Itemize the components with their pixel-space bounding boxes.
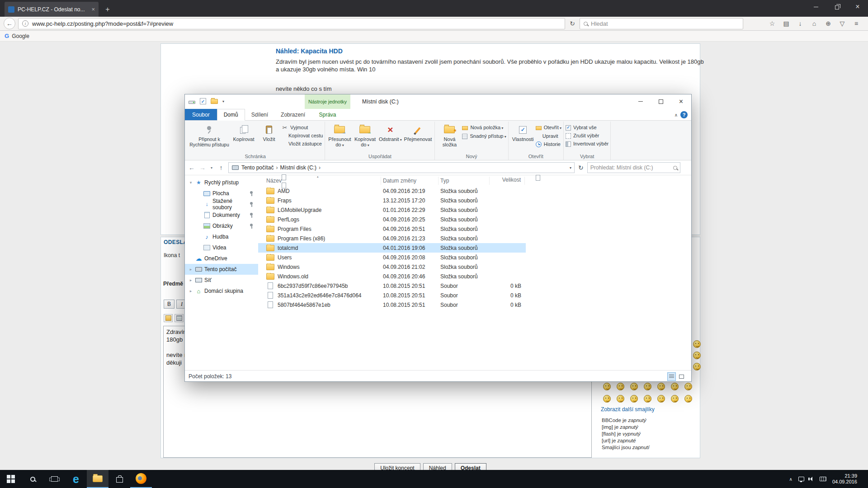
file-row[interactable]: Windows 04.09.2016 21:02 Složka souborů	[258, 262, 526, 272]
select-none-button[interactable]: Zrušit výběr	[566, 133, 609, 139]
file-row[interactable]: PerfLogs 04.09.2016 20:25 Složka souborů	[258, 215, 526, 224]
smiley-icon[interactable]	[657, 383, 665, 390]
column-header-name[interactable]: Název	[258, 177, 381, 185]
smiley-icon[interactable]	[671, 395, 679, 403]
sidebar-item[interactable]: Plocha	[185, 188, 258, 199]
expand-chevron-icon[interactable]	[189, 267, 193, 272]
new-item-button[interactable]: Nová položka	[462, 125, 506, 131]
pin-to-quick-access-button[interactable]: Připnout k Rychlému přístupu	[188, 122, 231, 149]
sidebar-item[interactable]: Dokumenty	[185, 210, 258, 221]
smiley-icon[interactable]	[644, 395, 651, 403]
code-button[interactable]	[175, 314, 184, 322]
select-all-button[interactable]: Vybrat vše	[566, 125, 609, 131]
page-info-icon[interactable]	[22, 20, 28, 27]
browser-search-field[interactable]	[580, 18, 743, 29]
bold-button[interactable]: B	[164, 300, 175, 309]
tab-home[interactable]: Domů	[217, 109, 245, 121]
copy-path-button[interactable]: Kopírovat cestu	[282, 133, 323, 139]
smiley-icon[interactable]	[684, 395, 692, 403]
qat-customize-icon[interactable]	[222, 99, 224, 103]
edit-button[interactable]: Upravit	[536, 133, 561, 139]
expand-chevron-icon[interactable]	[189, 180, 193, 185]
smiley-icon[interactable]	[671, 383, 679, 390]
browser-tab[interactable]: PC-HELP.CZ - Odeslat no...	[5, 2, 99, 17]
up-button[interactable]: ↑	[217, 164, 225, 171]
column-header-size[interactable]: Velikost	[490, 177, 525, 185]
sidebar-item[interactable]: OneDrive	[185, 253, 258, 264]
file-row[interactable]: 5807bf464e5867e1eb 10.08.2015 20:51 Soub…	[258, 300, 526, 310]
file-row[interactable]: LGMobileUpgrade 01.01.2016 22:29 Složka …	[258, 205, 526, 215]
url-input[interactable]	[32, 20, 561, 27]
browser-restore-button[interactable]	[826, 0, 847, 14]
smiley-icon[interactable]	[630, 395, 638, 403]
taskbar-search-button[interactable]	[22, 470, 43, 488]
column-header-date[interactable]: Datum změny	[381, 177, 439, 185]
smiley-icon[interactable]	[630, 383, 638, 390]
downloads-icon[interactable]	[797, 20, 804, 27]
file-row[interactable]: AMD 04.09.2016 20:19 Složka souborů	[258, 186, 526, 196]
smiley-icon[interactable]	[617, 383, 624, 390]
smiley-icon[interactable]	[657, 395, 665, 403]
explorer-close-button[interactable]	[671, 94, 691, 108]
file-row[interactable]: Windows.old 04.09.2016 20:46 Složka soub…	[258, 272, 526, 281]
sidebar-item[interactable]: Stažené soubory	[185, 199, 258, 210]
smiley-icon[interactable]	[617, 395, 624, 403]
column-header-type[interactable]: Typ	[439, 177, 490, 185]
reload-button[interactable]	[568, 20, 577, 27]
browser-minimize-button[interactable]	[806, 0, 826, 14]
smiley-icon[interactable]	[684, 383, 692, 390]
rename-button[interactable]: Přejmenovat	[403, 122, 433, 143]
details-view-button[interactable]	[667, 372, 676, 381]
smiley-icon[interactable]	[603, 395, 611, 403]
sidebar-item[interactable]: Tento počítač	[185, 264, 258, 275]
file-row[interactable]: totalcmd 04.01.2016 19:06 Složka souborů	[258, 243, 526, 253]
menu-icon[interactable]	[853, 20, 860, 27]
sidebar-item[interactable]: Videa	[185, 242, 258, 253]
move-to-button[interactable]: Přesunout do	[327, 122, 352, 150]
store-button[interactable]	[108, 470, 130, 488]
firefox-button[interactable]	[130, 470, 152, 488]
breadcrumb-local-disk[interactable]: Místní disk (C:)	[280, 164, 316, 171]
start-button[interactable]	[0, 470, 22, 488]
file-row[interactable]: Fraps 13.12.2015 17:20 Složka souborů	[258, 196, 526, 205]
expand-chevron-icon[interactable]	[189, 278, 193, 282]
library-icon[interactable]	[783, 20, 790, 27]
cut-button[interactable]: Vyjmout	[282, 125, 323, 131]
bookmark-google[interactable]: Google	[12, 33, 29, 39]
easy-access-button[interactable]: Snadný přístup	[462, 133, 506, 140]
volume-icon[interactable]	[810, 477, 812, 481]
explorer-maximize-button[interactable]	[651, 94, 671, 108]
font-colour-button[interactable]	[164, 314, 173, 322]
properties-button[interactable]: Vlastnosti	[510, 122, 536, 143]
explorer-minimize-button[interactable]	[630, 94, 651, 108]
file-row[interactable]: 351a143c2e92ed646e7c8476d064 10.08.2015 …	[258, 291, 526, 300]
refresh-button[interactable]	[578, 164, 584, 171]
tab-close-icon[interactable]	[91, 6, 95, 13]
explorer-search-input[interactable]	[590, 164, 671, 171]
sidebar-item[interactable]: Síť	[185, 275, 258, 286]
explorer-search-box[interactable]	[587, 162, 680, 173]
history-button[interactable]: Historie	[536, 141, 561, 147]
paste-shortcut-button[interactable]: Vložit zástupce	[282, 141, 323, 147]
file-row[interactable]: Program Files (x86) 04.09.2016 21:23 Slo…	[258, 234, 526, 243]
expand-chevron-icon[interactable]	[189, 289, 193, 293]
file-explorer-button[interactable]	[87, 470, 108, 488]
explorer-back-button[interactable]: ←	[188, 164, 196, 171]
large-icons-view-button[interactable]	[677, 372, 686, 381]
file-row[interactable]: Users 04.09.2016 20:08 Složka souborů	[258, 253, 526, 262]
new-folder-button[interactable]: Nová složka	[437, 122, 462, 149]
sidebar-item[interactable]: Obrázky	[185, 221, 258, 231]
smiley-icon[interactable]	[693, 340, 701, 348]
browser-close-button[interactable]	[847, 0, 868, 14]
file-row[interactable]: 6bc2937d59f7c86ee797945b 10.08.2015 20:5…	[258, 281, 526, 291]
tab-share[interactable]: Sdílení	[245, 109, 274, 120]
network-icon[interactable]	[798, 477, 804, 481]
smiley-icon[interactable]	[693, 363, 701, 371]
explorer-forward-button[interactable]: →	[199, 164, 206, 171]
bookmark-star-icon[interactable]	[769, 20, 776, 27]
smiley-icon[interactable]	[603, 383, 611, 390]
address-bar[interactable]	[18, 18, 565, 29]
qat-new-folder-button[interactable]	[211, 99, 218, 104]
collapse-ribbon-icon[interactable]	[675, 113, 678, 117]
sidebar-item[interactable]: Domácí skupina	[185, 286, 258, 296]
